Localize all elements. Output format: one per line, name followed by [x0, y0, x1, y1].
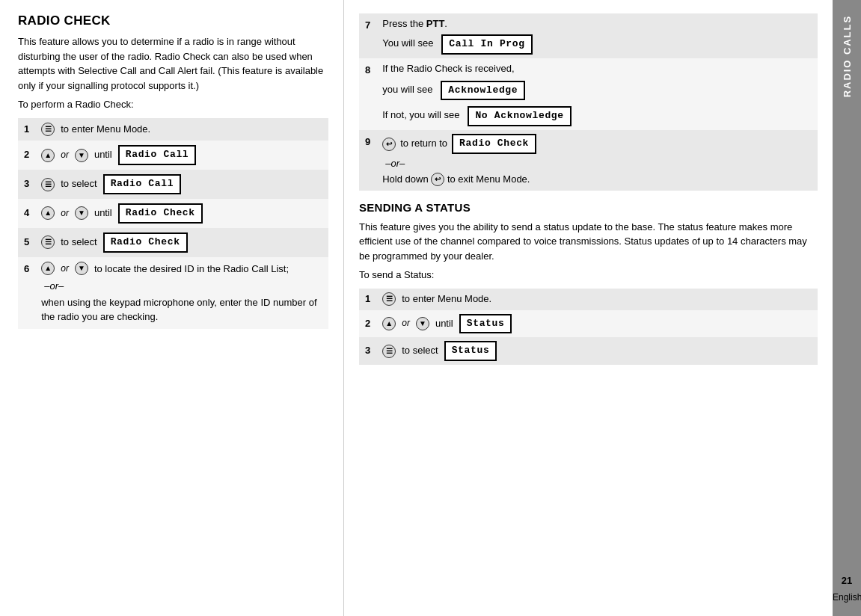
step-text: to select [402, 344, 438, 358]
step-number: 6 [18, 257, 35, 329]
step-inline: ▲ or ▼ until Radio Check [41, 203, 322, 224]
or-separator: –or– [385, 157, 812, 171]
up-icon: ▲ [41, 206, 55, 220]
step-inline: ▲ or ▼ until Status [382, 314, 812, 334]
table-row: 4 ▲ or ▼ until Radio Check [18, 199, 328, 228]
step-text: to return to [400, 137, 447, 151]
or-text: or [61, 262, 69, 275]
step-text: If the Radio Check is received, [382, 63, 514, 74]
down-icon: ▼ [75, 149, 88, 162]
step-text: until [435, 317, 453, 331]
sending-steps-table: 1 ☰ to enter Menu Mode. 2 ▲ or [359, 289, 818, 366]
lcd-radio-check: Radio Check [452, 134, 536, 154]
lcd-no-acknowledge: No Acknowledge [468, 106, 571, 126]
step-text: . [444, 18, 447, 29]
sending-section: SENDING A STATUS This feature gives you … [359, 201, 818, 366]
step-text: to enter Menu Mode. [402, 292, 491, 307]
ok-icon: ☰ [382, 292, 396, 306]
page-number: 21 [833, 575, 861, 586]
sub-row: You will see Call In Prog [382, 34, 812, 55]
step-cell: ▲ or ▼ until Radio Call [35, 141, 328, 170]
ok-icon: ☰ [382, 345, 396, 358]
step-cell: ▲ or ▼ until Radio Check [35, 199, 328, 228]
step-text: to enter Menu Mode. [61, 123, 150, 137]
step-number: 3 [18, 170, 35, 199]
step-alt-text: when using the keypad microphone only, e… [41, 295, 322, 324]
lcd-display: Status [459, 314, 512, 334]
step-cell: ▲ or ▼ until Status [376, 310, 818, 338]
table-row: 9 ↩ to return to Radio Check –or– Hold d… [359, 130, 818, 191]
ok-icon: ☰ [41, 123, 55, 136]
left-column: RADIO CHECK This feature allows you to d… [0, 0, 344, 616]
step-cell: ☰ to select Radio Call [35, 170, 328, 199]
sub-row: you will see Acknowledge [382, 81, 812, 101]
step-text: until [94, 148, 112, 162]
step-number: 2 [359, 310, 376, 338]
lcd-display: Radio Call [118, 145, 197, 165]
step-number: 1 [359, 289, 376, 310]
page-wrapper: RADIO CHECK This feature allows you to d… [0, 0, 861, 616]
step-cell: ☰ to enter Menu Mode. [376, 289, 818, 310]
step-cell: Press the PTT. You will see Call In Prog [376, 13, 818, 58]
step-number: 9 [359, 130, 376, 191]
page-title: RADIO CHECK [18, 13, 328, 28]
step-text: Press the [382, 18, 426, 29]
sidebar-label: RADIO CALLS [842, 15, 853, 97]
step-number: 1 [18, 118, 35, 141]
intro-paragraph: This feature allows you to determine if … [18, 34, 328, 93]
step-text: If not, you will see [382, 109, 465, 120]
sidebar: RADIO CALLS 21 English [833, 0, 861, 616]
or-text: or [61, 149, 69, 161]
step-number: 7 [359, 13, 376, 58]
up-icon: ▲ [41, 149, 55, 162]
lcd-display: Radio Call [103, 174, 182, 194]
step-inline: ☰ to select Radio Call [41, 174, 322, 194]
to-send-label: To send a Status: [359, 268, 818, 283]
step-cell: ☰ to select Status [376, 337, 818, 365]
or-text: or [402, 317, 410, 330]
step-cell: ↩ to return to Radio Check –or– Hold dow… [376, 130, 818, 191]
table-row: 3 ☰ to select Radio Call [18, 170, 328, 199]
back-icon-hold: ↩ [431, 173, 444, 186]
ok-icon: ☰ [41, 235, 55, 249]
right-column: 7 Press the PTT. You will see Call In Pr… [344, 0, 833, 616]
step-cell: If the Radio Check is received, you will… [376, 58, 818, 131]
section-title: SENDING A STATUS [359, 201, 818, 214]
to-perform-label: To perform a Radio Check: [18, 97, 328, 112]
table-row: 5 ☰ to select Radio Check [18, 228, 328, 257]
down-icon: ▼ [75, 262, 88, 275]
sending-paragraph: This feature gives you the ability to se… [359, 220, 818, 264]
table-row: 2 ▲ or ▼ until Status [359, 310, 818, 338]
step-text-block: If the Radio Check is received, you will… [382, 62, 812, 127]
step-inline: ▲ or ▼ to locate the desired ID in the R… [41, 262, 322, 277]
lcd-display: Call In Prog [441, 34, 532, 55]
lcd-display: Status [444, 341, 497, 361]
lcd-acknowledge: Acknowledge [441, 81, 525, 101]
table-row: 7 Press the PTT. You will see Call In Pr… [359, 13, 818, 58]
table-row: 6 ▲ or ▼ to locate the desired ID in the… [18, 257, 328, 329]
step-inline: ↩ to return to Radio Check [382, 134, 812, 154]
up-icon: ▲ [382, 317, 396, 330]
step-text: to select [61, 235, 96, 250]
step-inline: ☰ to enter Menu Mode. [41, 123, 322, 137]
step-cell: ☰ to select Radio Check [35, 228, 328, 257]
or-separator: –or– [44, 279, 322, 294]
hold-text: Hold down ↩ to exit Menu Mode. [382, 173, 812, 187]
step-number: 8 [359, 58, 376, 131]
down-icon: ▼ [75, 206, 88, 220]
step-inline: ▲ or ▼ until Radio Call [41, 145, 322, 165]
step-number: 4 [18, 199, 35, 228]
step-number: 5 [18, 228, 35, 257]
language-label: English [833, 592, 861, 603]
step-text: you will see [382, 84, 438, 95]
or-text: or [61, 207, 69, 220]
step-number: 3 [359, 337, 376, 365]
step-cell: ▲ or ▼ to locate the desired ID in the R… [35, 257, 328, 329]
table-row: 2 ▲ or ▼ until Radio Call [18, 141, 328, 170]
step-text-block: ↩ to return to Radio Check –or– Hold dow… [382, 134, 812, 187]
step-text: to select [61, 177, 96, 191]
sub-row: If not, you will see No Acknowledge [382, 106, 812, 126]
ok-icon: ☰ [41, 178, 55, 191]
left-steps-table: 1 ☰ to enter Menu Mode. 2 ▲ or ▼ until [18, 118, 328, 329]
ptt-label: PTT [426, 18, 445, 29]
